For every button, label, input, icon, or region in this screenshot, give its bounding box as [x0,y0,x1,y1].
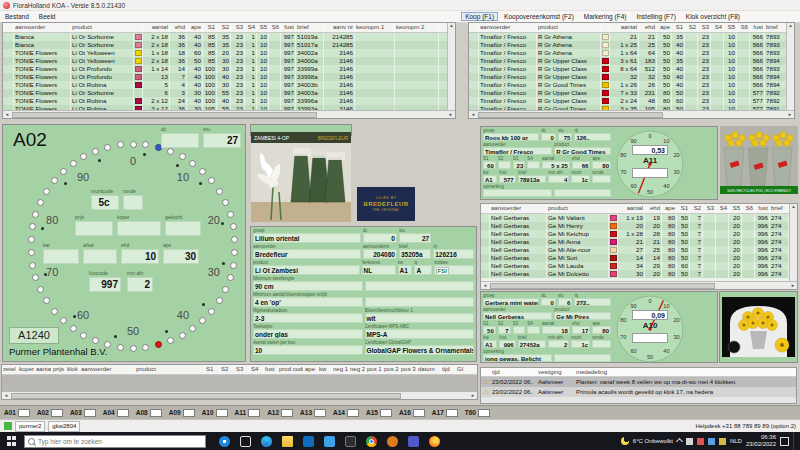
scroll-left-icon[interactable]: ◄ [3,112,11,117]
table-row[interactable]: Timaflor / FrescoR Gr Good Times1 x 2626… [469,81,794,89]
scroll-left-icon[interactable]: ◄ [469,112,477,117]
clock-tab-a16[interactable]: A16 [399,409,425,417]
weather-moon-icon[interactable] [621,437,629,445]
menu-beeld[interactable]: Beeld [34,13,61,20]
taskbar-icon-firefox[interactable] [429,436,440,447]
table-row[interactable]: Nell GerberasGe Mi Alie-noor272580507209… [481,246,797,254]
start-button[interactable] [7,436,17,446]
taskbar-icon-edge[interactable] [261,436,272,447]
menu-bestand[interactable]: Bestand [0,13,34,20]
table-row[interactable]: Timaflor / FrescoR Gr Upper Class3232504… [469,73,794,81]
scroll-thumb[interactable] [11,393,401,399]
tray-icon[interactable] [719,438,726,445]
taskbar-icon-task-view[interactable] [240,436,251,447]
scroll-right-icon[interactable]: ► [447,112,455,117]
table-row[interactable]: Nell GerberasGe Mi Lauda3429806072099627… [481,262,797,270]
table-row[interactable]: TONIE FlowersLi Ot Profundo1 x 141440100… [3,65,455,73]
clock-tab-a17[interactable]: A17 [432,409,458,417]
scroll-up-icon[interactable]: ▲ [791,204,795,209]
tray-icon[interactable] [708,438,715,445]
clock-tab-a12[interactable]: A12 [267,409,293,417]
taskbar-clock[interactable]: 06:36 23/02/2022 [746,434,776,448]
scroll-left-icon[interactable]: ◄ [481,283,489,288]
table-row[interactable]: TONIE FlowersLi Or Sorbonne6330100552311… [3,89,455,97]
clock-tab-t60[interactable]: T60 [465,409,490,417]
taskbar-icon-mail[interactable] [324,436,335,447]
message-row[interactable]: ⚠23/02/2022 06..AalsmeerPrimula acaulis … [481,387,796,397]
scrollbar-horizontal[interactable]: ◄► [2,391,477,399]
table-row[interactable]: TONIE FlowersLi Ot Yelloween2 x 18365085… [3,57,455,65]
table-row[interactable]: TONIE FlowersLi Ot Robina544010030231109… [3,81,455,89]
clock-tab-a11[interactable]: A11 [235,409,261,417]
svg-text:10: 10 [663,303,669,309]
table-row[interactable]: Nell GerberasGe Mi Ketchup1 x 2828805072… [481,230,797,238]
table-row[interactable]: TONIE FlowersLi Ot Robina2 x 12244010040… [3,97,455,105]
scroll-up-icon[interactable]: ▲ [788,23,792,28]
tab-markering-f4-[interactable]: Markering (F4) [580,12,631,21]
show-desktop-button[interactable] [793,432,797,450]
scrollbar-vertical[interactable]: ▲▼ [447,23,455,118]
cell: 3 x 61 [610,57,639,65]
table-row[interactable]: Timaflor / FrescoR Gr Upper Class3 x 611… [469,57,794,65]
scroll-up-icon[interactable]: ▲ [449,23,453,28]
taskbar-icon-cortana[interactable] [219,436,230,447]
clock-tab-a15[interactable]: A15 [366,409,392,417]
scrollbar-vertical[interactable]: ▲▼ [789,204,797,289]
weather-text[interactable]: 6°C Onbewolkt [633,438,673,444]
tab-koopovereenkomst-f2-[interactable]: Koopovereenkomst (F2) [500,12,578,21]
scrollbar-horizontal[interactable]: ◄► [469,110,794,118]
scroll-left-icon[interactable]: ◄ [2,393,10,398]
clock-tab-a08[interactable]: A08 [136,409,162,417]
clock-tab-a02[interactable]: A02 [37,409,63,417]
table-row[interactable]: Timaflor / FrescoR Gr Upper Class2 x 244… [469,97,794,105]
table-row[interactable]: BiancaLi Or Sorbonne2 x 1836408535231109… [3,33,455,41]
tray-icon[interactable] [697,438,704,445]
table-row[interactable]: Nell GerberasGe Mi Anna21218050720996274 [481,238,797,246]
scroll-thumb[interactable] [490,283,715,289]
tab-instelling-f7-[interactable]: Instelling (F7) [632,12,679,21]
table-row[interactable]: Timaflor / FrescoR Gr Upper Class7 x 332… [469,89,794,97]
clock-price-display: 0,09 [632,310,668,320]
table-row[interactable]: TONIE FlowersLi Ot Profundo1374010040231… [3,73,455,81]
clock-tab-a01[interactable]: A01 [4,409,30,417]
scroll-right-icon[interactable]: ► [469,393,477,398]
tab-klok-overzicht-f8-[interactable]: Klok overzicht (F8) [682,12,744,21]
scroll-thumb[interactable] [12,112,317,118]
clock-tab-a14[interactable]: A14 [333,409,359,417]
scroll-right-icon[interactable]: ► [786,112,794,117]
taskbar-icon-search-app[interactable] [345,436,356,447]
taskbar-icon-java[interactable] [387,436,398,447]
table-row[interactable]: Timaflor / FrescoR Gr Athena1 x 64645040… [469,49,794,57]
taskbar-search-input[interactable]: Typ hier om te zoeken [24,435,206,448]
action-center-icon[interactable] [780,437,789,446]
clock-tab-a10[interactable]: A10 [202,409,228,417]
table-row[interactable]: TONIE FlowersLi Ot Yelloween1 x 18186085… [3,49,455,57]
table-row[interactable]: Timaflor / FrescoR Gr Upper Class8 x 645… [469,65,794,73]
tab-koop-f1-[interactable]: Koop (F1) [461,12,498,21]
clock-tab-a04[interactable]: A04 [103,409,129,417]
table-row[interactable]: Nell GerberasGe Mi Henry2020805072099627… [481,222,797,230]
table-row[interactable]: Nell GerberasGe Mi Suri14148050720996274 [481,254,797,262]
clock-tab-a13[interactable]: A13 [300,409,326,417]
table-row[interactable]: BiancaLi Or Sorbonne2 x 1836408535231109… [3,41,455,49]
table-row[interactable]: Nell GerberasGe Mi Dolcetto3020805072099… [481,270,797,278]
clock-tab-a09[interactable]: A09 [169,409,195,417]
language-indicator[interactable]: NLD [730,438,742,444]
scroll-right-icon[interactable]: ► [789,283,797,288]
color-swatch [602,90,609,96]
scrollbar-vertical[interactable]: ▲▼ [786,23,794,118]
tray-expand-icon[interactable] [676,437,683,444]
taskbar-icon-explorer[interactable] [282,436,293,447]
taskbar-icon-teams[interactable] [408,436,419,447]
scrollbar-horizontal[interactable]: ◄► [3,110,455,118]
table-row[interactable]: Timaflor / FrescoR Gr Athena1 x 25255040… [469,41,794,49]
scrollbar-horizontal[interactable]: ◄► [481,281,797,289]
table-row[interactable]: Timaflor / FrescoR Gr Athena212150352310… [469,33,794,41]
taskbar-icon-chrome[interactable] [366,436,377,447]
message-row[interactable]: ⚠23/02/2022 06..AalsmeerPlanten: vanaf w… [481,377,796,387]
scroll-thumb[interactable] [478,112,663,118]
clock-tab-a03[interactable]: A03 [70,409,96,417]
tray-icon[interactable] [686,438,693,445]
taskbar-icon-store[interactable] [303,436,314,447]
table-row[interactable]: Nell GerberasGe Mi Valiant1 x 1919805072… [481,214,797,222]
